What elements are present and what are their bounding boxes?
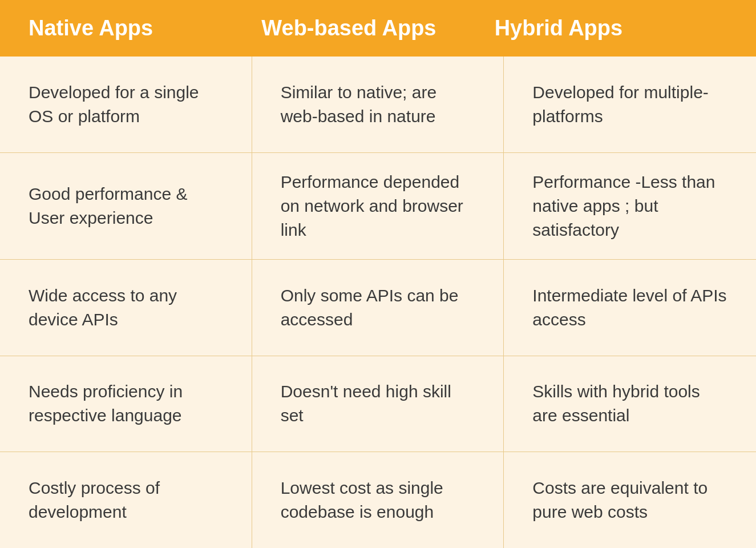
table-row: Needs proficiency in respective language…: [0, 356, 756, 453]
row5-hybrid: Costs are equivalent to pure web costs: [504, 452, 756, 548]
row3-native: Wide access to any device APIs: [0, 260, 252, 356]
table-row: Good performance & User experience Perfo…: [0, 153, 756, 260]
row1-hybrid: Developed for multiple-platforms: [504, 57, 756, 152]
row4-hybrid: Skills with hybrid tools are essential: [504, 356, 756, 452]
table-row: Costly process of development Lowest cos…: [0, 452, 756, 548]
comparison-table: Native Apps Web-based Apps Hybrid Apps D…: [0, 0, 756, 548]
row1-native: Developed for a single OS or platform: [0, 57, 252, 152]
header-native-apps: Native Apps: [29, 16, 261, 41]
table-body: Developed for a single OS or platform Si…: [0, 57, 756, 548]
table-header: Native Apps Web-based Apps Hybrid Apps: [0, 0, 756, 57]
header-web-apps: Web-based Apps: [261, 16, 494, 41]
row5-web: Lowest cost as single codebase is enough: [252, 452, 504, 548]
row2-native: Good performance & User experience: [0, 153, 252, 259]
header-hybrid-apps: Hybrid Apps: [495, 16, 727, 41]
row2-hybrid: Performance -Less than native apps ; but…: [504, 153, 756, 259]
row2-web: Performance depended on network and brow…: [252, 153, 504, 259]
row3-web: Only some APIs can be accessed: [252, 260, 504, 356]
row5-native: Costly process of development: [0, 452, 252, 548]
row3-hybrid: Intermediate level of APIs access: [504, 260, 756, 356]
row4-web: Doesn't need high skill set: [252, 356, 504, 452]
row4-native: Needs proficiency in respective language: [0, 356, 252, 452]
table-row: Wide access to any device APIs Only some…: [0, 260, 756, 356]
table-row: Developed for a single OS or platform Si…: [0, 57, 756, 153]
row1-web: Similar to native; are web-based in natu…: [252, 57, 504, 152]
